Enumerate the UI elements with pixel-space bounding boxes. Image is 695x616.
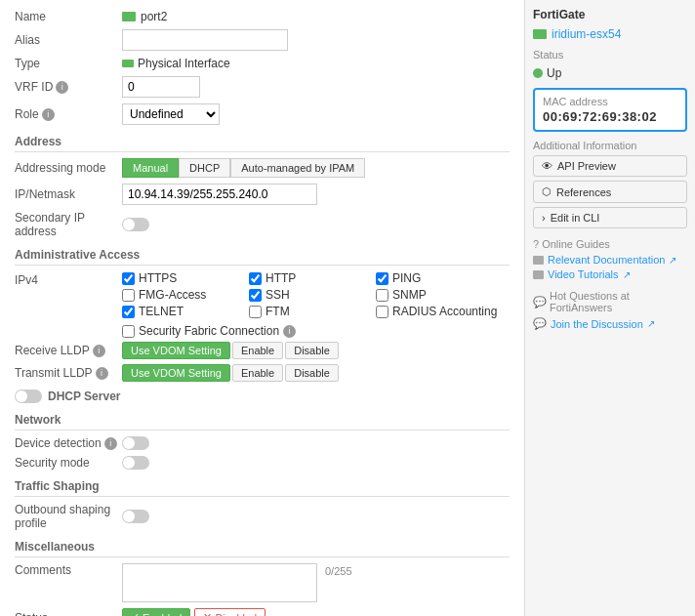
ssh-checkbox[interactable] [249,289,262,302]
alias-label: Alias [15,33,122,47]
enabled-btn[interactable]: ✓ Enabled [122,608,190,616]
video-icon [533,270,544,279]
vrf-input[interactable] [122,76,200,98]
receive-disable-btn[interactable]: Disable [285,342,339,359]
transmit-enable-btn[interactable]: Enable [232,364,283,382]
dhcp-toggle[interactable] [15,390,42,403]
manual-btn[interactable]: Manual [122,158,179,178]
comments-textarea[interactable] [122,563,317,602]
question-icon: ? [533,238,539,250]
status-value: Up [547,66,561,80]
receive-lldp-label: Receive LLDP i [15,344,122,357]
ip-input[interactable] [122,184,317,205]
outbound-row: Outbound shaping profile [15,503,510,530]
outbound-label: Outbound shaping profile [15,503,122,530]
fabric-checkbox[interactable] [122,325,135,338]
dhcp-server-row: DHCP Server [15,390,510,403]
snmp-checkbox[interactable] [376,289,388,302]
mac-value: 00:69:72:69:38:02 [543,109,677,124]
addressing-mode-label: Addressing mode [15,161,122,175]
device-detection-toggle[interactable] [122,436,149,450]
transmit-use-vdom-btn[interactable]: Use VDOM Setting [122,364,230,382]
fortigate-title: FortiGate [533,8,687,21]
join-discussion-link[interactable]: 💬 Join the Discussion ↗ [533,317,687,330]
video-tutorials-link[interactable]: Video Tutorials ↗ [533,268,687,280]
video-external-link-icon: ↗ [623,269,631,280]
radius-label: RADIUS Accounting [392,305,497,318]
relevant-doc-link[interactable]: Relevant Documentation ↗ [533,254,687,266]
cli-icon: › [542,212,546,224]
status-label: Status [15,611,122,617]
ftm-label: FTM [266,305,290,318]
ipam-btn[interactable]: Auto-managed by IPAM [230,158,365,178]
physical-icon [122,60,134,67]
references-btn[interactable]: ⬡ References [533,181,687,203]
fabric-info-icon[interactable]: i [283,325,296,338]
role-info-icon[interactable]: i [42,108,55,121]
type-row: Type Physical Interface [15,57,510,70]
eye-icon: 👁 [542,160,552,172]
radius-checkbox-item: RADIUS Accounting [376,305,524,318]
receive-lldp-row: Receive LLDP i Use VDOM Setting Enable D… [15,342,510,359]
network-header: Network [15,413,510,431]
security-mode-toggle[interactable] [122,456,149,470]
https-checkbox[interactable] [122,272,135,285]
radius-checkbox[interactable] [376,306,388,318]
secondary-ip-toggle[interactable] [122,218,149,231]
ftm-checkbox[interactable] [249,306,262,318]
comments-row: Comments 0/255 [15,563,510,602]
alias-input[interactable] [122,29,288,51]
main-panel: Name port2 Alias Type Physical Interface… [0,0,524,616]
telnet-checkbox-item: TELNET [122,305,249,318]
receive-use-vdom-btn[interactable]: Use VDOM Setting [122,342,230,359]
status-value-row: Up [533,66,687,80]
admin-header: Administrative Access [15,248,510,266]
secondary-ip-row: Secondary IP address [15,211,510,238]
chat-icon: 💬 [533,296,547,308]
type-label: Type [15,57,122,70]
ssh-label: SSH [266,288,290,302]
addressing-mode-row: Addressing mode Manual DHCP Auto-managed… [15,158,510,178]
vrf-label: VRF ID i [15,80,122,94]
enabled-check-icon: ✓ [131,611,140,616]
ip-label: IP/Netmask [15,187,122,201]
https-label: HTTPS [139,271,177,285]
fmg-checkbox[interactable] [122,289,135,302]
transmit-lldp-info-icon[interactable]: i [96,367,108,380]
http-checkbox[interactable] [249,272,262,285]
fabric-row: Security Fabric Connection i [122,324,510,338]
receive-enable-btn[interactable]: Enable [232,342,283,359]
dhcp-btn[interactable]: DHCP [179,158,230,178]
ipv4-label: IPv4 [15,271,122,287]
security-mode-label: Security mode [15,456,122,470]
fmg-label: FMG-Access [139,288,206,302]
ping-label: PING [392,271,421,285]
discussion-icon: 💬 [533,317,547,330]
outbound-toggle[interactable] [122,510,149,523]
ping-checkbox[interactable] [376,272,388,285]
receive-lldp-info-icon[interactable]: i [93,345,105,357]
transmit-disable-btn[interactable]: Disable [285,364,339,382]
status-buttons: ✓ Enabled ✕ Disabled [122,608,266,616]
disabled-btn[interactable]: ✕ Disabled [194,608,266,616]
ip-netmask-row: IP/Netmask [15,184,510,205]
telnet-checkbox[interactable] [122,306,135,318]
discussion-external-link-icon: ↗ [647,318,655,329]
mac-label: MAC address [543,96,677,107]
status-row: Status ✓ Enabled ✕ Disabled [15,608,510,616]
dhcp-header: DHCP Server [48,390,120,403]
external-link-icon: ↗ [669,255,676,266]
additional-info-title: Additional Information [533,140,687,151]
api-preview-btn[interactable]: 👁 API Preview [533,155,687,177]
status-section: Status Up [533,49,687,80]
mac-address-box: MAC address 00:69:72:69:38:02 [533,88,687,132]
device-name-row[interactable]: iridium-esx54 [533,27,687,41]
vrf-info-icon[interactable]: i [56,81,68,94]
edit-cli-btn[interactable]: › Edit in CLI [533,207,687,228]
device-detection-info-icon[interactable]: i [104,437,117,450]
device-detection-row: Device detection i [15,436,510,450]
online-guides-title: ? Online Guides [533,238,687,250]
transmit-lldp-row: Transmit LLDP i Use VDOM Setting Enable … [15,364,510,382]
role-select[interactable]: Undefined [122,103,220,125]
doc-icon [533,256,544,265]
